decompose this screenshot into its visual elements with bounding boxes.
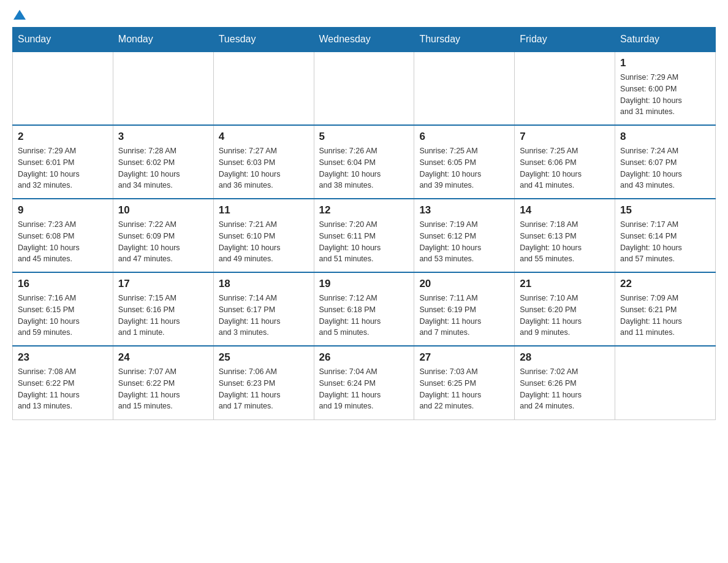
calendar-cell: 5Sunrise: 7:26 AM Sunset: 6:04 PM Daylig… xyxy=(314,125,414,199)
day-number: 27 xyxy=(419,351,509,364)
day-number: 1 xyxy=(620,57,710,69)
day-info: Sunrise: 7:29 AM Sunset: 6:00 PM Dayligh… xyxy=(620,72,710,118)
calendar-cell: 2Sunrise: 7:29 AM Sunset: 6:01 PM Daylig… xyxy=(13,125,113,199)
calendar-table: SundayMondayTuesdayWednesdayThursdayFrid… xyxy=(12,27,716,420)
calendar-cell: 12Sunrise: 7:20 AM Sunset: 6:11 PM Dayli… xyxy=(314,199,414,272)
calendar-cell: 19Sunrise: 7:12 AM Sunset: 6:18 PM Dayli… xyxy=(314,272,414,346)
calendar-cell: 16Sunrise: 7:16 AM Sunset: 6:15 PM Dayli… xyxy=(13,272,113,346)
day-number: 11 xyxy=(219,204,309,216)
day-info: Sunrise: 7:21 AM Sunset: 6:10 PM Dayligh… xyxy=(219,219,309,265)
calendar-cell xyxy=(13,52,113,125)
day-info: Sunrise: 7:22 AM Sunset: 6:09 PM Dayligh… xyxy=(118,219,208,265)
calendar-cell: 27Sunrise: 7:03 AM Sunset: 6:25 PM Dayli… xyxy=(414,346,515,419)
day-info: Sunrise: 7:17 AM Sunset: 6:14 PM Dayligh… xyxy=(620,219,710,265)
week-row-5: 23Sunrise: 7:08 AM Sunset: 6:22 PM Dayli… xyxy=(13,346,716,419)
calendar-cell xyxy=(414,52,515,125)
day-number: 22 xyxy=(620,278,710,290)
calendar-cell: 6Sunrise: 7:25 AM Sunset: 6:05 PM Daylig… xyxy=(414,125,515,199)
calendar-cell: 24Sunrise: 7:07 AM Sunset: 6:22 PM Dayli… xyxy=(113,346,213,419)
day-header-row: SundayMondayTuesdayWednesdayThursdayFrid… xyxy=(13,28,716,52)
week-row-3: 9Sunrise: 7:23 AM Sunset: 6:08 PM Daylig… xyxy=(13,199,716,272)
day-info: Sunrise: 7:06 AM Sunset: 6:23 PM Dayligh… xyxy=(219,366,309,412)
calendar-cell: 4Sunrise: 7:27 AM Sunset: 6:03 PM Daylig… xyxy=(213,125,314,199)
day-header-wednesday: Wednesday xyxy=(314,28,414,52)
calendar-cell: 9Sunrise: 7:23 AM Sunset: 6:08 PM Daylig… xyxy=(13,199,113,272)
day-info: Sunrise: 7:12 AM Sunset: 6:18 PM Dayligh… xyxy=(319,293,409,339)
day-number: 19 xyxy=(319,278,409,290)
day-info: Sunrise: 7:25 AM Sunset: 6:05 PM Dayligh… xyxy=(419,145,509,191)
day-info: Sunrise: 7:24 AM Sunset: 6:07 PM Dayligh… xyxy=(620,145,710,191)
calendar-cell: 26Sunrise: 7:04 AM Sunset: 6:24 PM Dayli… xyxy=(314,346,414,419)
day-info: Sunrise: 7:28 AM Sunset: 6:02 PM Dayligh… xyxy=(118,145,208,191)
day-info: Sunrise: 7:18 AM Sunset: 6:13 PM Dayligh… xyxy=(520,219,610,265)
day-number: 25 xyxy=(219,351,309,364)
calendar-cell: 10Sunrise: 7:22 AM Sunset: 6:09 PM Dayli… xyxy=(113,199,213,272)
day-number: 28 xyxy=(520,351,610,364)
calendar-cell: 1Sunrise: 7:29 AM Sunset: 6:00 PM Daylig… xyxy=(615,52,716,125)
day-number: 16 xyxy=(18,278,108,290)
day-info: Sunrise: 7:26 AM Sunset: 6:04 PM Dayligh… xyxy=(319,145,409,191)
day-info: Sunrise: 7:03 AM Sunset: 6:25 PM Dayligh… xyxy=(419,366,509,412)
calendar-cell: 13Sunrise: 7:19 AM Sunset: 6:12 PM Dayli… xyxy=(414,199,515,272)
calendar-cell xyxy=(213,52,314,125)
day-header-friday: Friday xyxy=(515,28,615,52)
calendar-cell: 22Sunrise: 7:09 AM Sunset: 6:21 PM Dayli… xyxy=(615,272,716,346)
calendar-cell xyxy=(515,52,615,125)
day-number: 2 xyxy=(18,131,108,143)
day-header-monday: Monday xyxy=(113,28,213,52)
day-number: 3 xyxy=(118,131,208,143)
day-info: Sunrise: 7:07 AM Sunset: 6:22 PM Dayligh… xyxy=(118,366,208,412)
calendar-cell: 23Sunrise: 7:08 AM Sunset: 6:22 PM Dayli… xyxy=(13,346,113,419)
day-header-sunday: Sunday xyxy=(13,28,113,52)
calendar-cell: 20Sunrise: 7:11 AM Sunset: 6:19 PM Dayli… xyxy=(414,272,515,346)
day-number: 10 xyxy=(118,204,208,216)
day-number: 8 xyxy=(620,131,710,143)
day-info: Sunrise: 7:15 AM Sunset: 6:16 PM Dayligh… xyxy=(118,293,208,339)
day-number: 13 xyxy=(419,204,509,216)
calendar-cell xyxy=(615,346,716,419)
day-number: 18 xyxy=(219,278,309,290)
calendar-cell: 17Sunrise: 7:15 AM Sunset: 6:16 PM Dayli… xyxy=(113,272,213,346)
day-number: 17 xyxy=(118,278,208,290)
day-info: Sunrise: 7:11 AM Sunset: 6:19 PM Dayligh… xyxy=(419,293,509,339)
calendar-cell xyxy=(113,52,213,125)
day-header-saturday: Saturday xyxy=(615,28,716,52)
calendar-cell: 18Sunrise: 7:14 AM Sunset: 6:17 PM Dayli… xyxy=(213,272,314,346)
day-info: Sunrise: 7:04 AM Sunset: 6:24 PM Dayligh… xyxy=(319,366,409,412)
day-number: 9 xyxy=(18,204,108,216)
day-info: Sunrise: 7:20 AM Sunset: 6:11 PM Dayligh… xyxy=(319,219,409,265)
day-number: 20 xyxy=(419,278,509,290)
calendar-cell: 21Sunrise: 7:10 AM Sunset: 6:20 PM Dayli… xyxy=(515,272,615,346)
day-info: Sunrise: 7:23 AM Sunset: 6:08 PM Dayligh… xyxy=(18,219,108,265)
logo-triangle-icon xyxy=(13,10,26,20)
day-number: 7 xyxy=(520,131,610,143)
calendar-cell: 28Sunrise: 7:02 AM Sunset: 6:26 PM Dayli… xyxy=(515,346,615,419)
logo xyxy=(12,12,26,17)
calendar-body: 1Sunrise: 7:29 AM Sunset: 6:00 PM Daylig… xyxy=(13,52,716,419)
calendar-cell: 8Sunrise: 7:24 AM Sunset: 6:07 PM Daylig… xyxy=(615,125,716,199)
day-info: Sunrise: 7:16 AM Sunset: 6:15 PM Dayligh… xyxy=(18,293,108,339)
week-row-1: 1Sunrise: 7:29 AM Sunset: 6:00 PM Daylig… xyxy=(13,52,716,125)
calendar-cell: 25Sunrise: 7:06 AM Sunset: 6:23 PM Dayli… xyxy=(213,346,314,419)
day-number: 12 xyxy=(319,204,409,216)
day-number: 6 xyxy=(419,131,509,143)
day-info: Sunrise: 7:02 AM Sunset: 6:26 PM Dayligh… xyxy=(520,366,610,412)
day-number: 24 xyxy=(118,351,208,364)
day-info: Sunrise: 7:14 AM Sunset: 6:17 PM Dayligh… xyxy=(219,293,309,339)
day-info: Sunrise: 7:29 AM Sunset: 6:01 PM Dayligh… xyxy=(18,145,108,191)
day-header-tuesday: Tuesday xyxy=(213,28,314,52)
day-info: Sunrise: 7:25 AM Sunset: 6:06 PM Dayligh… xyxy=(520,145,610,191)
day-header-thursday: Thursday xyxy=(414,28,515,52)
logo-general-text xyxy=(12,12,26,20)
day-info: Sunrise: 7:27 AM Sunset: 6:03 PM Dayligh… xyxy=(219,145,309,191)
calendar-header: SundayMondayTuesdayWednesdayThursdayFrid… xyxy=(13,28,716,52)
day-info: Sunrise: 7:10 AM Sunset: 6:20 PM Dayligh… xyxy=(520,293,610,339)
day-number: 15 xyxy=(620,204,710,216)
calendar-cell xyxy=(314,52,414,125)
day-number: 5 xyxy=(319,131,409,143)
week-row-2: 2Sunrise: 7:29 AM Sunset: 6:01 PM Daylig… xyxy=(13,125,716,199)
day-number: 14 xyxy=(520,204,610,216)
calendar-cell: 7Sunrise: 7:25 AM Sunset: 6:06 PM Daylig… xyxy=(515,125,615,199)
calendar-cell: 14Sunrise: 7:18 AM Sunset: 6:13 PM Dayli… xyxy=(515,199,615,272)
day-info: Sunrise: 7:19 AM Sunset: 6:12 PM Dayligh… xyxy=(419,219,509,265)
